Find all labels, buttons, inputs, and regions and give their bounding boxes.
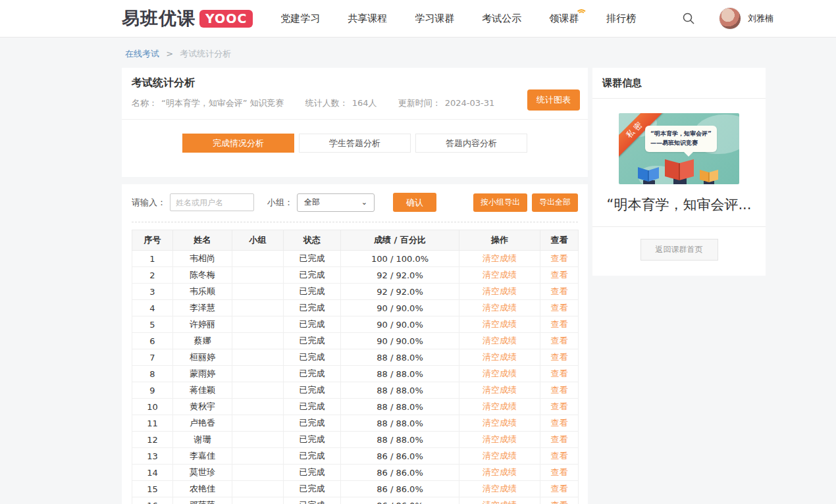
row-number: 15	[132, 481, 173, 497]
view-link[interactable]: 查看	[551, 500, 568, 504]
clear-score-link[interactable]: 清空成绩	[483, 434, 517, 444]
view-cell: 查看	[540, 465, 579, 481]
group-cell	[232, 284, 284, 300]
clear-score-link[interactable]: 清空成绩	[483, 253, 517, 263]
breadcrumb-home-link[interactable]: 在线考试	[125, 49, 159, 59]
action-cell: 清空成绩	[459, 399, 540, 415]
course-group-panel: 课群信息 私密 “明本育学，知审会评” ——易班知识竞赛	[592, 68, 766, 276]
tab-active[interactable]: 完成情况分析	[182, 134, 294, 153]
group-cell	[232, 415, 284, 432]
exam-meta: 名称：“明本育学，知审会评” 知识竞赛 统计人数：164人 更新时间：2024-…	[132, 97, 578, 109]
clear-score-link[interactable]: 清空成绩	[483, 401, 517, 411]
exam-stats-panel: 考试统计分析 名称：“明本育学，知审会评” 知识竞赛 统计人数：164人 更新时…	[122, 68, 588, 177]
score-cell: 88 / 88.0%	[341, 366, 459, 382]
back-to-group-button[interactable]: 返回课群首页	[640, 239, 718, 261]
export-by-group-button[interactable]: 按小组导出	[473, 193, 527, 212]
view-link[interactable]: 查看	[551, 253, 568, 263]
clear-score-link[interactable]: 清空成绩	[483, 467, 517, 477]
group-select[interactable]: 全部 ⌄	[297, 193, 375, 212]
user-avatar[interactable]	[719, 7, 741, 30]
student-name: 卢艳香	[173, 415, 232, 432]
group-cell	[232, 399, 284, 415]
row-number: 16	[132, 497, 173, 504]
status-cell: 已完成	[284, 399, 341, 415]
yooc-logo[interactable]: 易班优课 YOOC	[122, 7, 253, 30]
clear-score-link[interactable]: 清空成绩	[483, 303, 517, 313]
view-link[interactable]: 查看	[551, 352, 568, 362]
view-link[interactable]: 查看	[551, 401, 568, 411]
view-link[interactable]: 查看	[551, 303, 568, 313]
view-link[interactable]: 查看	[551, 451, 568, 461]
view-link[interactable]: 查看	[551, 434, 568, 444]
clear-score-link[interactable]: 清空成绩	[483, 368, 517, 378]
view-link[interactable]: 查看	[551, 418, 568, 428]
view-link[interactable]: 查看	[551, 385, 568, 395]
view-cell: 查看	[540, 415, 579, 432]
course-title[interactable]: “明本育学，知审会评...	[592, 184, 766, 227]
clear-score-link[interactable]: 清空成绩	[483, 451, 517, 461]
row-number: 7	[132, 349, 173, 366]
student-name: 邓萍萍	[173, 497, 232, 504]
view-link[interactable]: 查看	[551, 270, 568, 280]
row-number: 4	[132, 300, 173, 316]
view-link[interactable]: 查看	[551, 368, 568, 378]
table-row: 7桓丽婷已完成88 / 88.0%清空成绩查看	[132, 349, 579, 366]
status-cell: 已完成	[284, 382, 341, 399]
student-name: 谢珊	[173, 432, 232, 448]
course-card[interactable]: 私密 “明本育学，知审会评” ——易班知识竞赛	[592, 99, 766, 227]
table-row: 11卢艳香已完成88 / 88.0%清空成绩查看	[132, 415, 579, 432]
table-row: 14莫世珍已完成86 / 86.0%清空成绩查看	[132, 465, 579, 481]
row-number: 9	[132, 382, 173, 399]
clear-score-link[interactable]: 清空成绩	[483, 500, 517, 504]
exam-name: “明本育学，知审会评” 知识竞赛	[161, 98, 284, 108]
tab-inactive[interactable]: 学生答题分析	[299, 134, 411, 153]
chevron-down-icon: ⌄	[361, 198, 367, 207]
group-cell	[232, 432, 284, 448]
table-row: 5许婷丽已完成90 / 90.0%清空成绩查看	[132, 316, 579, 333]
username[interactable]: 刘雅楠	[748, 13, 773, 24]
table-row: 10黄秋宇已完成88 / 88.0%清空成绩查看	[132, 399, 579, 415]
group-select-value: 全部	[304, 197, 320, 208]
view-link[interactable]: 查看	[551, 336, 568, 345]
clear-score-link[interactable]: 清空成绩	[483, 385, 517, 395]
status-cell: 已完成	[284, 300, 341, 316]
view-link[interactable]: 查看	[551, 467, 568, 477]
logo-text: 易班优课	[122, 7, 196, 30]
clear-score-link[interactable]: 清空成绩	[483, 286, 517, 296]
view-link[interactable]: 查看	[551, 484, 568, 493]
view-link[interactable]: 查看	[551, 319, 568, 329]
view-link[interactable]: 查看	[551, 286, 568, 296]
clear-score-link[interactable]: 清空成绩	[483, 270, 517, 280]
status-cell: 已完成	[284, 316, 341, 333]
clear-score-link[interactable]: 清空成绩	[483, 484, 517, 493]
search-input[interactable]	[170, 193, 254, 211]
table-row: 15农艳佳已完成86 / 86.0%清空成绩查看	[132, 481, 579, 497]
nav-item[interactable]: 学习课群	[415, 13, 454, 25]
nav-item[interactable]: 共享课程	[348, 13, 387, 25]
action-cell: 清空成绩	[459, 333, 540, 349]
nav-item[interactable]: 党建学习	[280, 13, 320, 25]
score-cell: 88 / 88.0%	[341, 399, 459, 415]
export-all-button[interactable]: 导出全部	[532, 193, 578, 212]
clear-score-link[interactable]: 清空成绩	[483, 336, 517, 345]
table-body: 1韦相尚已完成100 / 100.0%清空成绩查看2陈冬梅已完成92 / 92.…	[132, 251, 579, 504]
status-cell: 已完成	[284, 349, 341, 366]
nav-item[interactable]: 排行榜	[606, 13, 636, 25]
clear-score-link[interactable]: 清空成绩	[483, 418, 517, 428]
tab-inactive[interactable]: 答题内容分析	[415, 134, 527, 153]
row-number: 1	[132, 251, 173, 267]
search-icon[interactable]	[682, 12, 695, 25]
confirm-button[interactable]: 确认	[393, 193, 436, 212]
nav-item[interactable]: 领课群	[549, 13, 579, 25]
group-cell	[232, 366, 284, 382]
clear-score-link[interactable]: 清空成绩	[483, 352, 517, 362]
clear-score-link[interactable]: 清空成绩	[483, 319, 517, 329]
nav-item[interactable]: 考试公示	[482, 13, 521, 25]
stats-chart-button[interactable]: 统计图表	[527, 89, 580, 111]
course-cover-image[interactable]: 私密 “明本育学，知审会评” ——易班知识竞赛	[619, 113, 739, 184]
bubble-line1: “明本育学，知审会评”	[650, 129, 712, 138]
column-header: 查看	[540, 230, 579, 251]
analysis-tabs: 完成情况分析学生答题分析答题内容分析	[122, 120, 588, 177]
table-row: 2陈冬梅已完成92 / 92.0%清空成绩查看	[132, 267, 579, 284]
score-cell: 86 / 86.0%	[341, 497, 459, 504]
